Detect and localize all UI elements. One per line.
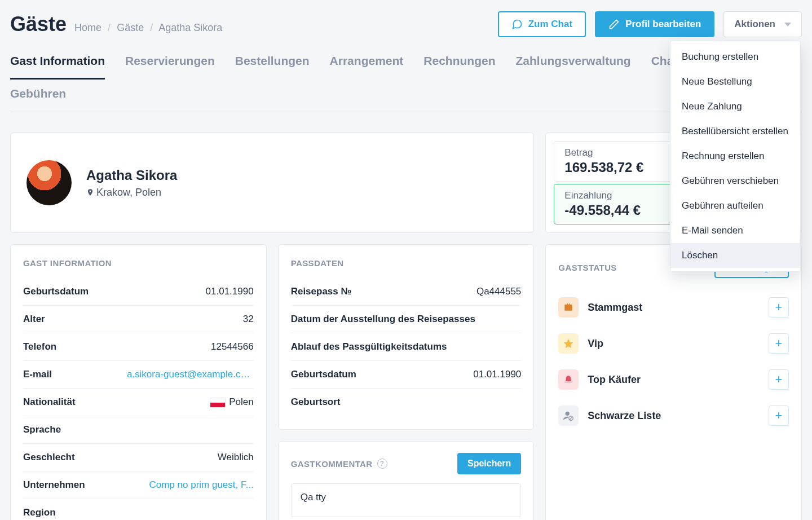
- pin-icon: [86, 188, 94, 196]
- guest-name: Agatha Sikora: [86, 168, 177, 183]
- dropdown-item-neue-bestellung[interactable]: Neue Bestellung: [670, 69, 800, 94]
- tab-arrangement[interactable]: Arrangement: [330, 54, 404, 80]
- tab-bestellungen[interactable]: Bestellungen: [235, 54, 310, 80]
- suitcase-icon: [558, 297, 579, 318]
- breadcrumb-current: Agatha Sikora: [158, 22, 222, 33]
- guest-info-card: GAST INFORMATION Geburtsdatum01.01.1990 …: [10, 244, 267, 520]
- avatar: [27, 160, 72, 205]
- breadcrumb: Home / Gäste / Agatha Sikora: [74, 22, 222, 34]
- passport-number: Qa444555: [476, 286, 521, 297]
- guest-email[interactable]: a.sikora-guest@example.com: [127, 369, 254, 380]
- status-row-schwarze-liste: Schwarze Liste+: [558, 398, 789, 434]
- guest-company[interactable]: Comp no prim guest, F...: [149, 479, 253, 491]
- breadcrumb-home[interactable]: Home: [74, 22, 102, 33]
- dropdown-item-gebühren-verschieben[interactable]: Gebühren verschieben: [670, 169, 800, 193]
- pencil-icon: [608, 19, 620, 30]
- passport-card: PASSDATEN Reisepass №Qa444555 Datum der …: [278, 244, 535, 430]
- help-icon[interactable]: ?: [377, 459, 387, 469]
- actions-dropdown-button[interactable]: Aktionen: [723, 11, 802, 37]
- tab-zahlungsverwaltung[interactable]: Zahlungsverwaltung: [515, 54, 630, 80]
- to-chat-button[interactable]: Zum Chat: [498, 11, 586, 37]
- bell-icon: [558, 369, 579, 390]
- add-top-käufer-button[interactable]: +: [769, 369, 789, 390]
- guest-gender: Weiblich: [218, 452, 254, 463]
- dropdown-item-neue-zahlung[interactable]: Neue Zahlung: [670, 94, 800, 119]
- guest-nationality: Polen: [210, 396, 253, 408]
- chevron-down-icon: [784, 23, 791, 27]
- star-icon: [558, 333, 579, 354]
- tab-reservierungen[interactable]: Reservierungen: [125, 54, 215, 80]
- dropdown-item-e-mail-senden[interactable]: E-Mail senden: [670, 218, 800, 243]
- passport-birthdate: 01.01.1990: [473, 369, 521, 380]
- user-block-icon: [558, 406, 579, 426]
- profile-card: Agatha Sikora Krakow, Polen: [10, 133, 534, 233]
- guest-birthdate: 01.01.1990: [206, 286, 254, 297]
- tab-gast-information[interactable]: Gast Information: [10, 54, 105, 80]
- chat-icon: [511, 19, 523, 30]
- actions-dropdown: Buchung erstellenNeue BestellungNeue Zah…: [670, 41, 801, 272]
- comment-textarea[interactable]: Qa tty: [291, 483, 522, 517]
- add-schwarze-liste-button[interactable]: +: [769, 406, 789, 426]
- add-stammgast-button[interactable]: +: [769, 297, 789, 318]
- svg-point-0: [566, 412, 570, 416]
- edit-profile-button[interactable]: Profil bearbeiten: [595, 11, 714, 37]
- guest-status-card: GASTSTATUS + hinzufügen Stammgast+Vip+To…: [545, 244, 802, 520]
- dropdown-item-löschen[interactable]: Löschen: [670, 243, 800, 268]
- status-row-vip: Vip+: [558, 325, 789, 362]
- dropdown-item-gebühren-aufteilen[interactable]: Gebühren aufteilen: [670, 193, 800, 218]
- status-row-stammgast: Stammgast+: [558, 289, 789, 325]
- tab-rechnungen[interactable]: Rechnungen: [423, 54, 495, 80]
- guest-comment-card: GASTKOMMENTAR ? Speichern Qa tty: [278, 441, 535, 520]
- guest-age: 32: [243, 314, 254, 325]
- dropdown-item-rechnung-erstellen[interactable]: Rechnung erstellen: [670, 144, 800, 169]
- add-vip-button[interactable]: +: [769, 333, 789, 354]
- dropdown-item-buchung-erstellen[interactable]: Buchung erstellen: [670, 45, 800, 69]
- save-comment-button[interactable]: Speichern: [457, 453, 521, 474]
- status-row-top-käufer: Top Käufer+: [558, 362, 789, 398]
- dropdown-item-bestellübersicht-erstellen[interactable]: Bestellübersicht erstellen: [670, 119, 800, 144]
- tab-gebühren[interactable]: Gebühren: [10, 87, 66, 112]
- guest-phone: 12544566: [211, 341, 254, 352]
- guest-location: Krakow, Polen: [86, 187, 177, 199]
- page-title: Gäste: [10, 12, 67, 36]
- flag-pl-icon: [210, 398, 226, 408]
- breadcrumb-guests[interactable]: Gäste: [117, 22, 144, 33]
